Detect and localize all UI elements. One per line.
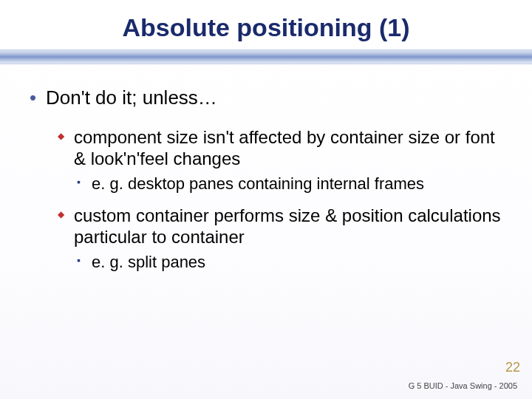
bullet-level-2: custom container performs size & positio…	[30, 205, 502, 248]
page-number: 22	[505, 360, 520, 375]
bullet-level-2: component size isn't affected by contain…	[30, 127, 502, 170]
bullet-level-3: e. g. split panes	[30, 253, 502, 272]
slide-footer: G 5 BUID - Java Swing - 2005	[409, 381, 517, 390]
bullet-level-3: e. g. desktop panes containing internal …	[30, 174, 502, 194]
title-divider	[0, 50, 532, 64]
slide-body: Don't do it; unless… component size isn'…	[0, 86, 532, 272]
slide-title: Absolute positioning (1)	[0, 0, 532, 50]
slide: Absolute positioning (1) Don't do it; un…	[0, 0, 532, 399]
bullet-level-1: Don't do it; unless…	[30, 86, 502, 109]
